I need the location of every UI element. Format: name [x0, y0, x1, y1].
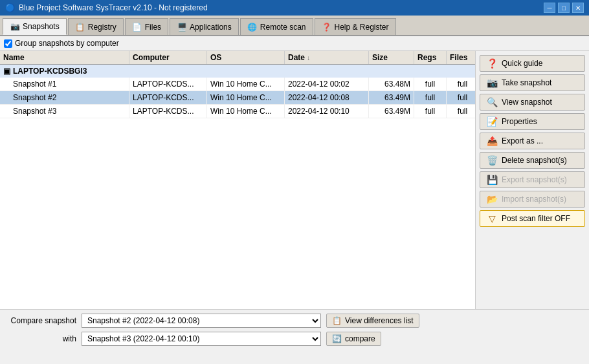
compare-icon: 🔄 — [332, 334, 342, 343]
tab-help[interactable]: ❓Help & Register — [315, 18, 396, 35]
snapshots-tab-icon: 📷 — [10, 21, 20, 32]
snapshots-tab-label: Snapshots — [23, 22, 60, 31]
th-size[interactable]: Size — [369, 51, 414, 64]
take-snapshot-label: Take snapshot — [502, 78, 551, 87]
compare-snapshot-label: Compare snapshot — [5, 316, 76, 325]
files-tab-icon: 📄 — [132, 22, 142, 32]
td-computer: LAPTOP-KCDS... — [129, 105, 207, 118]
td-os: Win 10 Home C... — [207, 91, 285, 104]
td-size: 63.49M — [369, 105, 414, 118]
quick-guide-button[interactable]: ❓ Quick guide — [480, 55, 585, 72]
tab-registry[interactable]: 📋Registry — [68, 18, 124, 35]
magnify-icon: 🔍 — [485, 97, 498, 107]
td-files: full — [447, 91, 475, 104]
table-body: ▣ LAPTOP-KCDSBGI3 Snapshot #1 LAPTOP-KCD… — [0, 65, 475, 309]
title-bar-controls: ─ □ ✕ — [544, 3, 584, 13]
group-collapse-icon[interactable]: ▣ — [3, 67, 10, 76]
tab-applications[interactable]: 🖥️Applications — [170, 18, 239, 35]
group-by-computer-label[interactable]: Group snapshots by computer — [4, 39, 119, 48]
td-regs: full — [414, 91, 447, 104]
export-as-label: Export as ... — [502, 136, 543, 145]
td-name: Snapshot #1 — [0, 78, 129, 91]
registry-tab-label: Registry — [88, 23, 117, 32]
th-computer[interactable]: Computer — [129, 51, 207, 64]
td-regs: full — [414, 105, 447, 118]
td-computer: LAPTOP-KCDS... — [129, 91, 207, 104]
properties-button[interactable]: 📝 Properties — [480, 113, 585, 130]
th-name[interactable]: Name — [0, 51, 129, 64]
main-content: Name Computer OS Date ↓ Size Regs Files … — [0, 51, 589, 309]
files-tab-label: Files — [145, 23, 161, 32]
td-name: Snapshot #3 — [0, 105, 129, 118]
compare-button[interactable]: 🔄 compare — [326, 332, 381, 346]
import-snap-icon: 📂 — [485, 194, 498, 204]
tab-files[interactable]: 📄Files — [125, 18, 168, 35]
table-header: Name Computer OS Date ↓ Size Regs Files … — [0, 51, 475, 65]
title-bar: 🔵 Blue Project Software SysTracer v2.10 … — [0, 0, 589, 16]
post-scan-filter-label: Post scan filter OFF — [502, 214, 570, 223]
table-row[interactable]: Snapshot #2 LAPTOP-KCDS... Win 10 Home C… — [0, 91, 475, 105]
maximize-button[interactable]: □ — [558, 3, 570, 13]
title-text: Blue Project Software SysTracer v2.10 - … — [19, 3, 208, 12]
table-row[interactable]: Snapshot #1 LAPTOP-KCDS... Win 10 Home C… — [0, 78, 475, 91]
group-by-computer-checkbox[interactable] — [4, 39, 12, 48]
remote-scan-tab-icon: 🌐 — [247, 22, 258, 32]
td-files: full — [447, 105, 475, 118]
group-cell: ▣ LAPTOP-KCDSBGI3 — [0, 65, 475, 78]
view-snapshot-button[interactable]: 🔍 View snapshot — [480, 94, 585, 111]
quick-guide-label: Quick guide — [502, 59, 542, 68]
export-snapshot-button[interactable]: 💾 Export snapshot(s) — [480, 171, 585, 188]
tab-snapshots[interactable]: 📷Snapshots — [3, 18, 67, 35]
th-files[interactable]: Files — [447, 51, 476, 64]
delete-icon: 🗑️ — [485, 155, 498, 166]
view-differences-label: View differences list — [345, 316, 414, 325]
minimize-button[interactable]: ─ — [544, 3, 555, 13]
filter-icon: ▽ — [485, 213, 498, 224]
export-snapshot-label: Export snapshot(s) — [502, 175, 567, 184]
take-snapshot-button[interactable]: 📷 Take snapshot — [480, 74, 585, 91]
properties-label: Properties — [502, 117, 537, 126]
td-os: Win 10 Home C... — [207, 105, 285, 118]
delete-snapshot-button[interactable]: 🗑️ Delete snapshot(s) — [480, 152, 585, 169]
remote-scan-tab-label: Remote scan — [260, 23, 306, 32]
td-size: 63.49M — [369, 91, 414, 104]
tab-remote-scan[interactable]: 🌐Remote scan — [240, 18, 313, 35]
table-row[interactable]: Snapshot #3 LAPTOP-KCDS... Win 10 Home C… — [0, 105, 475, 118]
td-name: Snapshot #2 — [0, 91, 129, 104]
close-button[interactable]: ✕ — [572, 3, 584, 13]
view-differences-button[interactable]: 📋 View differences list — [326, 314, 419, 328]
group-row: ▣ LAPTOP-KCDSBGI3 — [0, 65, 475, 78]
import-snapshot-label: Import snapshot(s) — [502, 195, 566, 204]
td-regs: full — [414, 78, 447, 91]
question-icon: ❓ — [485, 58, 498, 69]
compare-label-text: compare — [345, 334, 375, 343]
th-date[interactable]: Date ↓ — [285, 51, 369, 64]
th-os[interactable]: OS — [207, 51, 285, 64]
td-os: Win 10 Home C... — [207, 78, 285, 91]
td-files: full — [447, 78, 475, 91]
applications-tab-icon: 🖥️ — [177, 22, 187, 32]
compare-snapshot-select[interactable]: Snapshot #1 (2022-04-12 00:02) Snapshot … — [82, 314, 321, 328]
th-regs[interactable]: Regs — [414, 51, 447, 64]
export-snap-icon: 💾 — [485, 175, 498, 185]
app-icon: 🔵 — [5, 3, 15, 12]
toolbar: Group snapshots by computer — [0, 36, 589, 51]
view-diff-icon: 📋 — [332, 316, 342, 325]
group-by-computer-text: Group snapshots by computer — [15, 39, 119, 48]
export-as-button[interactable]: 📤 Export as ... — [480, 133, 585, 149]
view-snapshot-label: View snapshot — [502, 98, 552, 107]
post-scan-filter-button[interactable]: ▽ Post scan filter OFF — [480, 210, 585, 227]
camera-icon: 📷 — [485, 78, 498, 88]
export-icon: 📤 — [485, 136, 498, 146]
with-snapshot-row: with Snapshot #1 (2022-04-12 00:02) Snap… — [5, 332, 584, 346]
properties-icon: 📝 — [485, 116, 498, 127]
tab-bar: 📷Snapshots📋Registry📄Files🖥️Applications🌐… — [0, 16, 589, 36]
import-snapshot-button[interactable]: 📂 Import snapshot(s) — [480, 191, 585, 208]
td-date: 2022-04-12 00:10 — [285, 105, 369, 118]
title-bar-left: 🔵 Blue Project Software SysTracer v2.10 … — [5, 3, 208, 12]
with-snapshot-select[interactable]: Snapshot #1 (2022-04-12 00:02) Snapshot … — [82, 332, 321, 346]
registry-tab-icon: 📋 — [75, 22, 85, 32]
help-tab-label: Help & Register — [335, 23, 389, 32]
with-snapshot-label: with — [5, 334, 76, 343]
td-date: 2022-04-12 00:02 — [285, 78, 369, 91]
